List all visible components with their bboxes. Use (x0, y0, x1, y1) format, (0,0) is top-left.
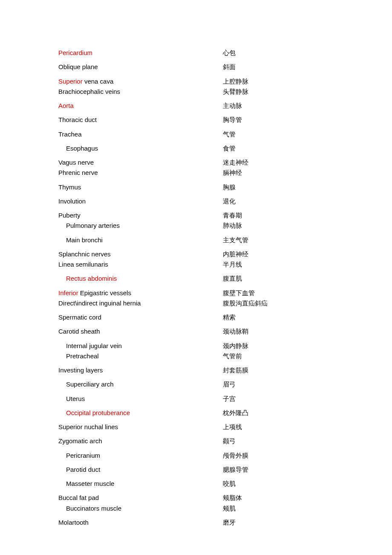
chinese-term: 斜面 (223, 62, 236, 72)
english-term: Zygomatic arch (58, 436, 223, 446)
vocab-row: Aorta主动脉 (58, 101, 392, 111)
chinese-term: 青春期 (223, 211, 242, 221)
chinese-term: 肺动脉 (223, 221, 242, 231)
vocab-row: Pretracheal气管前 (58, 351, 392, 361)
english-term: Spermatic cord (58, 312, 223, 322)
chinese-term: 上腔静脉 (223, 77, 248, 87)
vocab-row: Pericranium颅骨外膜 (58, 450, 392, 461)
english-term: Superior vena cava (58, 76, 223, 86)
vocab-row: Pericardium心包 (58, 48, 392, 58)
vocab-row: Internal jugular vein颈内静脉 (58, 341, 392, 351)
chinese-term: 磨牙 (223, 518, 236, 528)
english-term: Thymus (58, 182, 223, 192)
english-term: Buccal fat pad (58, 493, 223, 503)
chinese-term: 主支气管 (223, 235, 248, 245)
vocab-row: Zygomatic arch颧弓 (58, 436, 392, 446)
english-term: Internal jugular vein (58, 341, 223, 351)
chinese-term: 气管前 (223, 352, 242, 361)
english-term: Main bronchi (58, 235, 223, 245)
vocab-row: Esophagus食管 (58, 143, 392, 154)
vocab-row: Carotid sheath颈动脉鞘 (58, 326, 392, 337)
english-term: Parotid duct (58, 465, 223, 474)
chinese-term: 精索 (223, 313, 236, 323)
vocab-row: Involution退化 (58, 196, 392, 206)
english-term: Molartooth (58, 517, 223, 527)
chinese-term: 腹直肌 (223, 274, 242, 284)
vocab-row: Superior vena cava上腔静脉 (58, 76, 392, 87)
english-term: Oblique plane (58, 62, 223, 72)
vocab-row: Superciliary arch眉弓 (58, 379, 392, 389)
chinese-term: 咬肌 (223, 479, 236, 489)
english-term: Trachea (58, 129, 223, 139)
english-term: Direct\indirect inguinal hernia (58, 298, 223, 308)
english-term: Puberty (58, 210, 223, 220)
vocab-row: Buccal fat pad颊脂体 (58, 493, 392, 503)
chinese-term: 心包 (223, 48, 236, 58)
vocab-row: Molartooth磨牙 (58, 517, 392, 528)
chinese-term: 颈内静脉 (223, 341, 248, 351)
english-term: Vagus nerve (58, 157, 223, 167)
english-term: Occipital protuberance (58, 408, 223, 418)
vocab-row: Parotid duct腮腺导管 (58, 465, 392, 475)
english-term: Buccinators muscle (58, 503, 223, 513)
vocab-row: Buccinators muscle颊肌 (58, 503, 392, 514)
chinese-term: 封套筋膜 (223, 366, 248, 375)
vocab-row: Spermatic cord精索 (58, 312, 392, 323)
english-term: Rectus abdominis (58, 273, 223, 283)
english-term: Esophagus (58, 143, 223, 153)
chinese-term: 腹壁下血管 (223, 288, 255, 298)
vocab-row: Trachea气管 (58, 129, 392, 139)
english-term: Superciliary arch (58, 379, 223, 389)
chinese-term: 气管 (223, 130, 236, 139)
chinese-term: 迷走神经 (223, 158, 248, 168)
vocab-row: Phrenic nerve膈神经 (58, 168, 392, 178)
vocabulary-list: Pericardium心包Oblique plane斜面Superior ven… (58, 48, 392, 528)
chinese-term: 腮腺导管 (223, 465, 248, 475)
chinese-term: 子宫 (223, 394, 236, 404)
vocab-row: Rectus abdominis腹直肌 (58, 273, 392, 284)
vocab-row: Occipital protuberance枕外隆凸 (58, 408, 392, 418)
vocab-row: Vagus nerve迷走神经 (58, 157, 392, 168)
english-term: Pulmonary arteries (58, 221, 223, 230)
chinese-term: 胸导管 (223, 115, 242, 125)
vocab-row: Investing layers封套筋膜 (58, 365, 392, 375)
english-term: Phrenic nerve (58, 168, 223, 177)
chinese-term: 颅骨外膜 (223, 451, 248, 461)
vocab-row: Pulmonary arteries肺动脉 (58, 221, 392, 231)
english-term: Pretracheal (58, 351, 223, 361)
english-term: Linea semilunaris (58, 259, 223, 269)
english-term: Thoracic duct (58, 115, 223, 125)
vocab-row: Thoracic duct胸导管 (58, 115, 392, 125)
vocab-row: Brachiocephalic veins头臂静脉 (58, 87, 392, 97)
english-term: Investing layers (58, 365, 223, 375)
chinese-term: 眉弓 (223, 380, 236, 389)
vocab-row: Linea semilunaris半月线 (58, 259, 392, 270)
vocab-row: Oblique plane斜面 (58, 62, 392, 72)
english-term: Pericardium (58, 48, 223, 58)
vocab-row: Uterus子宫 (58, 394, 392, 404)
english-term: Involution (58, 196, 223, 206)
chinese-term: 颊脂体 (223, 493, 242, 503)
vocab-row: Splanchnic nerves内脏神经 (58, 249, 392, 259)
chinese-term: 膈神经 (223, 168, 242, 178)
chinese-term: 内脏神经 (223, 250, 248, 259)
english-term: Brachiocephalic veins (58, 87, 223, 96)
vocab-row: Inferior Epigastric vessels腹壁下血管 (58, 288, 392, 298)
vocab-row: Main bronchi主支气管 (58, 235, 392, 245)
english-term: Carotid sheath (58, 326, 223, 336)
chinese-term: 上项线 (223, 422, 242, 432)
english-term: Inferior Epigastric vessels (58, 288, 223, 298)
chinese-term: 退化 (223, 197, 236, 206)
english-term: Masseter muscle (58, 479, 223, 488)
chinese-term: 半月线 (223, 260, 242, 270)
chinese-term: 颧弓 (223, 436, 236, 446)
chinese-term: 胸腺 (223, 183, 236, 192)
chinese-term: 主动脉 (223, 101, 242, 111)
vocab-row: Direct\indirect inguinal hernia腹股沟直疝斜疝 (58, 298, 392, 308)
chinese-term: 腹股沟直疝斜疝 (223, 299, 268, 308)
english-term: Uterus (58, 394, 223, 404)
vocab-row: Puberty青春期 (58, 210, 392, 221)
english-term: Aorta (58, 101, 223, 110)
chinese-term: 头臂静脉 (223, 87, 248, 97)
chinese-term: 颈动脉鞘 (223, 327, 248, 337)
